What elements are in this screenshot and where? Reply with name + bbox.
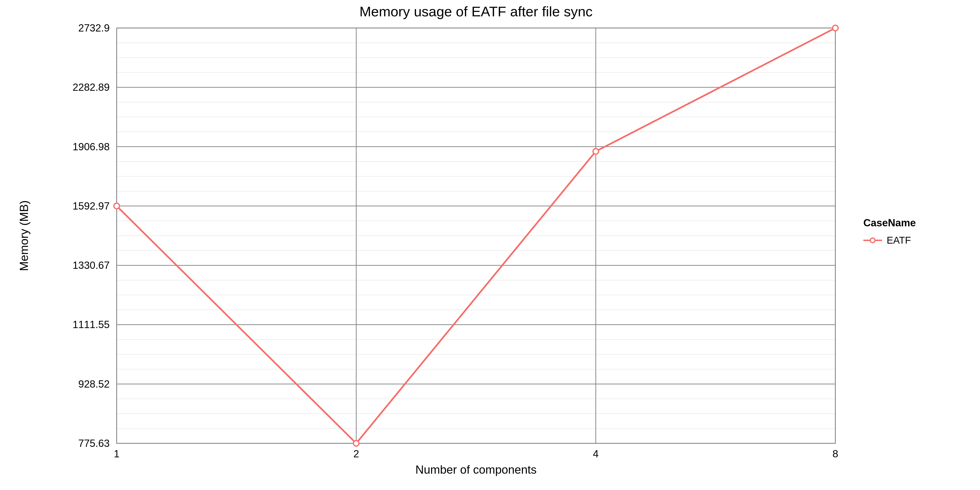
series-marker <box>593 149 598 154</box>
x-axis-label: Number of components <box>415 463 537 476</box>
y-tick-label: 1330.67 <box>73 259 110 271</box>
y-tick-label: 1906.98 <box>73 141 110 153</box>
y-axis-label: Memory (MB) <box>18 200 30 271</box>
legend: CaseName EATF <box>863 217 916 246</box>
legend-title: CaseName <box>863 217 916 228</box>
y-tick-label: 775.63 <box>78 438 110 449</box>
series-marker <box>832 25 838 31</box>
y-tick-label: 928.52 <box>78 378 110 390</box>
x-tick-label: 2 <box>353 448 359 460</box>
y-tick-label: 1592.97 <box>73 200 110 212</box>
series-marker <box>353 441 359 446</box>
y-tick-label: 1111.55 <box>73 319 110 330</box>
legend-item-label: EATF <box>887 235 911 246</box>
x-tick-label: 8 <box>832 448 838 460</box>
y-tick-label: 2732.9 <box>78 22 110 33</box>
plot-area: 775.63928.521111.551330.671592.971906.98… <box>73 22 838 460</box>
legend-swatch-marker <box>870 238 875 243</box>
x-tick-label: 4 <box>593 448 598 460</box>
chart-container: Memory usage of EATF after file sync 775… <box>0 0 980 490</box>
x-tick-label: 1 <box>114 448 119 460</box>
series-marker <box>114 203 119 209</box>
y-tick-label: 2282.89 <box>73 81 110 93</box>
chart-svg: Memory usage of EATF after file sync 775… <box>0 0 980 490</box>
legend-items: EATF <box>863 235 911 246</box>
chart-title: Memory usage of EATF after file sync <box>360 4 592 19</box>
